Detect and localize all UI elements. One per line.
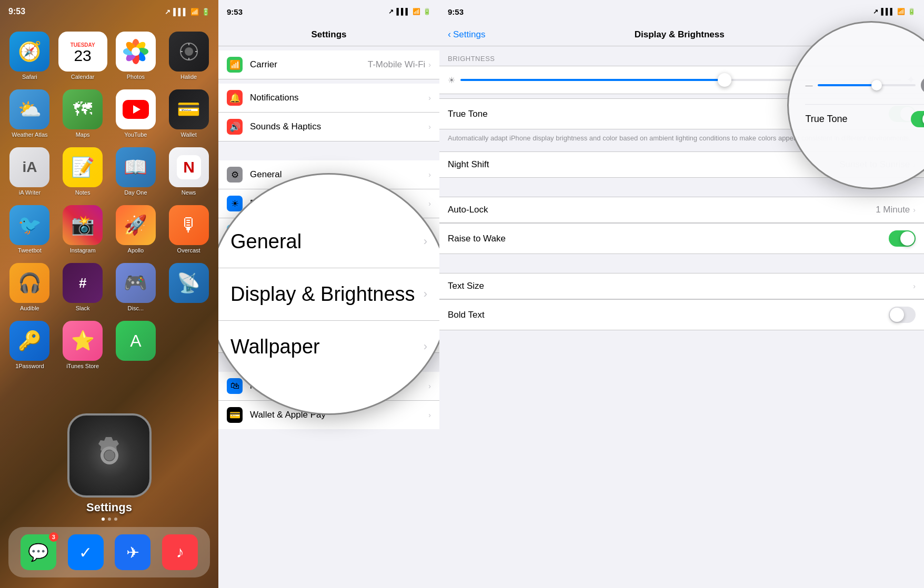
svg-text:N: N	[183, 158, 195, 176]
safari-icon[interactable]: 🧭	[9, 32, 49, 72]
raise-to-wake-toggle[interactable]	[889, 230, 916, 247]
notes-icon[interactable]: 📝	[63, 147, 103, 187]
text-size-label: Text Size	[448, 281, 913, 291]
raise-to-wake-label: Raise to Wake	[448, 234, 889, 244]
calendar-day: 23	[74, 48, 91, 64]
appstore-icon: 🛍	[227, 378, 243, 394]
dock-messages[interactable]: 💬 3	[21, 534, 56, 570]
photos-icon[interactable]	[116, 32, 156, 72]
app-discord[interactable]: 🎮 Disc...	[112, 263, 160, 311]
youtube-icon[interactable]	[116, 89, 156, 129]
dayone-icon[interactable]: 📖	[116, 147, 156, 187]
app-news[interactable]: N News	[164, 147, 213, 196]
settings-notifications-row[interactable]: 🔔 Notifications ›	[218, 84, 439, 113]
wallet-settings-icon: 💳	[227, 407, 243, 423]
settings-carrier-row[interactable]: 📶 Carrier T-Mobile Wi-Fi ›	[218, 50, 439, 79]
app-dayone[interactable]: 📖 Day One	[112, 147, 160, 196]
apollo-icon[interactable]: 🚀	[116, 205, 156, 245]
auto-lock-row[interactable]: Auto-Lock 1 Minute ›	[439, 197, 924, 223]
app-slack[interactable]: # Slack	[58, 263, 107, 311]
app-itunes[interactable]: ⭐ iTunes Store	[58, 321, 107, 369]
wallet-label: Wallet	[181, 131, 197, 138]
brightness-thumb[interactable]	[718, 73, 731, 87]
zoom-true-tone-knob	[922, 112, 924, 126]
news-icon[interactable]: N	[169, 147, 209, 187]
carrier-label: Carrier	[250, 59, 368, 70]
settings-status-bar: 9:53 ↗ ▌▌▌ 📶 🔋	[218, 0, 439, 23]
zoom-brightness-row: —	[805, 77, 924, 94]
weather-icon[interactable]: ⛅	[9, 89, 49, 129]
app-safari[interactable]: 🧭 Safari	[5, 32, 54, 80]
news-label: News	[182, 189, 196, 196]
misc1-icon[interactable]: 📡	[169, 263, 209, 303]
carrier-value: T-Mobile Wi-Fi	[368, 59, 426, 70]
text-size-chevron: ›	[913, 282, 916, 290]
app-calendar[interactable]: Tuesday 23 Calendar	[58, 32, 107, 80]
dock-reminders[interactable]: ✓	[68, 534, 104, 570]
apollo-label: Apollo	[128, 247, 144, 254]
phone-panel: 9:53 ↗ ▌▌▌ 📶 🔋 🧭 Safari Tuesday 23 Calen…	[0, 0, 218, 588]
phone-status-icons: ↗ ▌▌▌ 📶 🔋	[165, 8, 210, 16]
settings-label: Settings	[86, 501, 132, 514]
app-instagram[interactable]: 📸 Instagram	[58, 205, 107, 254]
wallet-icon[interactable]: 💳	[169, 89, 209, 129]
zoom-general-chevron: ›	[424, 235, 427, 248]
zoom-true-tone-toggle[interactable]	[911, 111, 924, 127]
iawriter-icon[interactable]: iA	[9, 147, 49, 187]
display-back-button[interactable]: ‹ Settings	[448, 29, 485, 40]
app-1password[interactable]: 🔑 1Password	[5, 321, 54, 369]
reminders-icon: ✓	[79, 543, 92, 562]
app-youtube[interactable]: YouTube	[112, 89, 160, 138]
zoom-wallpaper[interactable]: Wallpaper ›	[218, 321, 439, 373]
zoom-general[interactable]: General ›	[218, 216, 439, 268]
app-photos[interactable]: Photos	[112, 32, 160, 80]
app-halide[interactable]: Halide	[164, 32, 213, 80]
app-notes[interactable]: 📝 Notes	[58, 147, 107, 196]
slack-icon[interactable]: #	[63, 263, 103, 303]
itunes-icon[interactable]: ⭐	[63, 321, 103, 361]
zoom-display-chevron: ›	[424, 287, 427, 301]
zoom-display[interactable]: Display & Brightness ›	[218, 268, 439, 321]
settings-sounds-row[interactable]: 🔊 Sounds & Haptics ›	[218, 113, 439, 141]
youtube-logo-svg	[123, 100, 149, 119]
display-battery-icon: 🔋	[908, 8, 916, 15]
display-time: 9:53	[448, 7, 464, 16]
audible-icon[interactable]: 🎧	[9, 263, 49, 303]
phone-status-bar: 9:53 ↗ ▌▌▌ 📶 🔋	[0, 0, 218, 23]
sounds-icon: 🔊	[227, 119, 243, 135]
calendar-icon[interactable]: Tuesday 23	[58, 32, 107, 72]
location-icon: ↗	[165, 8, 170, 16]
app-audible[interactable]: 🎧 Audible	[5, 263, 54, 311]
settings-zoomed-icon[interactable]	[67, 413, 152, 498]
photos-label: Photos	[127, 74, 145, 80]
zoom-display-label: Display & Brightness	[230, 283, 415, 306]
maps-icon[interactable]: 🗺	[63, 89, 103, 129]
discord-icon[interactable]: 🎮	[116, 263, 156, 303]
app-misc1[interactable]: 📡	[164, 263, 213, 311]
app-overcast[interactable]: 🎙 Overcast	[164, 205, 213, 254]
dock-music[interactable]: ♪	[162, 534, 198, 570]
dayone-label: Day One	[124, 189, 147, 196]
app-maps[interactable]: 🗺 Maps	[58, 89, 107, 138]
halide-icon[interactable]	[169, 32, 209, 72]
page-dot-2	[108, 518, 111, 521]
app-weather[interactable]: ⛅ Weather Atlas	[5, 89, 54, 138]
brightness-sun-small: ☀	[448, 75, 455, 85]
general-chevron: ›	[428, 170, 431, 179]
text-size-row[interactable]: Text Size ›	[439, 273, 924, 299]
app-misc2[interactable]: A	[112, 321, 160, 369]
dock-spark[interactable]: ✈	[115, 534, 150, 570]
overcast-icon[interactable]: 🎙	[169, 205, 209, 245]
zoom-true-tone-label: True Tone	[805, 114, 847, 125]
misc2-icon[interactable]: A	[116, 321, 156, 361]
bold-text-toggle[interactable]	[889, 307, 916, 323]
instagram-icon[interactable]: 📸	[63, 205, 103, 245]
notifications-chevron: ›	[428, 94, 431, 102]
app-wallet[interactable]: 💳 Wallet	[164, 89, 213, 138]
itunes-label: iTunes Store	[66, 363, 99, 369]
app-apollo[interactable]: 🚀 Apollo	[112, 205, 160, 254]
1password-icon[interactable]: 🔑	[9, 321, 49, 361]
tweetbot-icon[interactable]: 🐦	[9, 205, 49, 245]
app-tweetbot[interactable]: 🐦 Tweetbot	[5, 205, 54, 254]
app-iawriter[interactable]: iA iA Writer	[5, 147, 54, 196]
